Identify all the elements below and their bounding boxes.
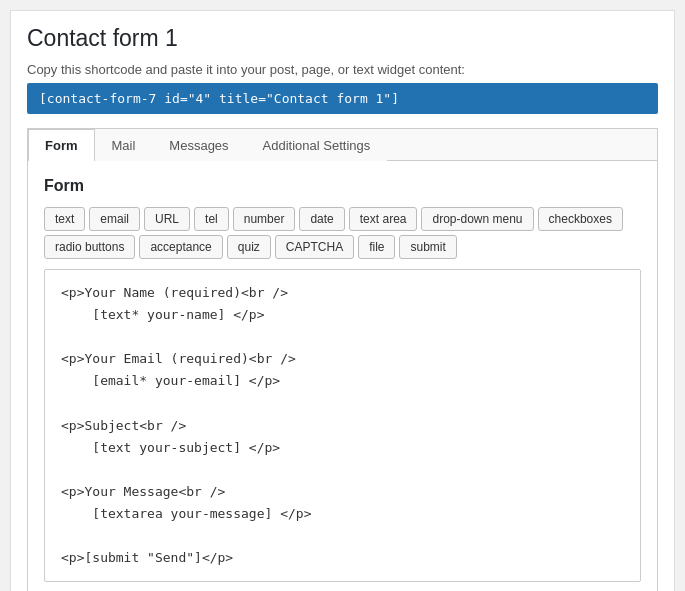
tag-btn-email[interactable]: email xyxy=(89,207,140,231)
tag-btn-drop-down-menu[interactable]: drop-down menu xyxy=(421,207,533,231)
tag-btn-submit[interactable]: submit xyxy=(399,235,456,259)
tab-content-form: Form textemailURLtelnumberdatetext aread… xyxy=(28,161,657,591)
shortcode-description: Copy this shortcode and paste it into yo… xyxy=(27,62,658,77)
page-container: Contact form 1 Copy this shortcode and p… xyxy=(10,10,675,591)
tag-btn-number[interactable]: number xyxy=(233,207,296,231)
tag-btn-captcha[interactable]: CAPTCHA xyxy=(275,235,354,259)
tag-buttons-container: textemailURLtelnumberdatetext areadrop-d… xyxy=(44,207,641,259)
tag-btn-radio-buttons[interactable]: radio buttons xyxy=(44,235,135,259)
tab-additional-settings[interactable]: Additional Settings xyxy=(246,129,388,161)
tag-btn-text[interactable]: text xyxy=(44,207,85,231)
tag-btn-quiz[interactable]: quiz xyxy=(227,235,271,259)
tab-mail[interactable]: Mail xyxy=(95,129,153,161)
form-editor[interactable]: <p>Your Name (required)<br /> [text* you… xyxy=(44,269,641,582)
form-section-title: Form xyxy=(44,177,641,195)
tag-btn-checkboxes[interactable]: checkboxes xyxy=(538,207,623,231)
tag-btn-acceptance[interactable]: acceptance xyxy=(139,235,222,259)
tag-btn-url[interactable]: URL xyxy=(144,207,190,231)
tag-btn-file[interactable]: file xyxy=(358,235,395,259)
page-title: Contact form 1 xyxy=(27,25,658,52)
tab-form[interactable]: Form xyxy=(28,129,95,161)
tabs-nav: FormMailMessagesAdditional Settings xyxy=(28,129,657,161)
tag-btn-text-area[interactable]: text area xyxy=(349,207,418,231)
tag-btn-date[interactable]: date xyxy=(299,207,344,231)
tag-btn-tel[interactable]: tel xyxy=(194,207,229,231)
tab-messages[interactable]: Messages xyxy=(152,129,245,161)
shortcode-box[interactable]: [contact-form-7 id="4" title="Contact fo… xyxy=(27,83,658,114)
tabs-container: FormMailMessagesAdditional Settings Form… xyxy=(27,128,658,591)
